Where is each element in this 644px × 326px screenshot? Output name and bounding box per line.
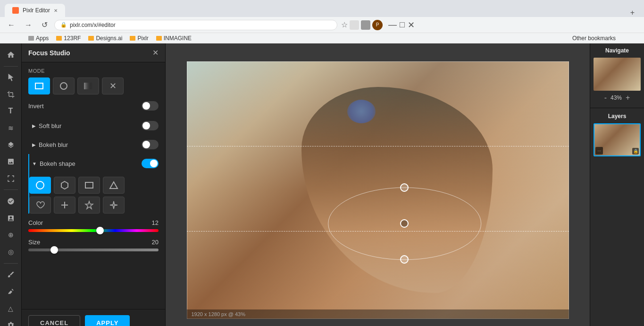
color-slider-track[interactable] [28,229,159,232]
browser-tab[interactable]: Pixlr Editor ✕ [5,4,65,17]
layers-section: Layers ··· 🔒 [590,110,644,161]
bookmark-apps[interactable]: Apps [28,35,49,42]
mode-circle-btn[interactable] [53,77,75,94]
mode-x-btn[interactable]: ✕ [102,77,124,94]
control-center[interactable] [400,219,409,228]
bokeh-blur-item: ▶ Bokeh blur [28,135,159,154]
size-slider-header: Size 20 [28,239,159,246]
size-slider-track[interactable] [28,249,159,251]
photo-background [187,61,569,319]
cancel-btn[interactable]: CANCEL [28,315,80,326]
shape-plus-btn[interactable] [54,197,75,214]
bookmark-inmagine[interactable]: INMAGINE [156,35,192,42]
accordion: ▶ Soft blur ▶ Bokeh blur [28,116,159,214]
layer-thumbnail[interactable]: ··· 🔒 [594,123,641,156]
tool-separator-1 [4,66,18,67]
tool-text[interactable]: T [3,104,18,119]
bokeh-shape-toggle-knob [150,160,158,167]
new-tab-btn[interactable]: + [630,9,635,17]
chrome-maximize[interactable]: □ [400,20,405,30]
tool-layers[interactable] [3,137,18,153]
ext-icon-2 [361,20,370,30]
svg-point-1 [60,83,67,89]
tool-eraser[interactable] [3,284,18,299]
soft-blur-label: Soft blur [39,122,61,129]
bokeh-blur-chevron: ▶ [32,142,36,147]
tool-image[interactable] [3,154,18,169]
zoom-minus-btn[interactable]: - [604,94,607,102]
tool-cutout[interactable] [3,194,18,209]
layer-actions: ··· [595,147,603,154]
bookmark-pixlr[interactable]: Pixlr [130,35,148,42]
apps-icon [28,36,34,41]
tool-select[interactable] [3,70,18,86]
bokeh-shape-toggle[interactable] [142,159,159,168]
invert-label: Invert [28,103,44,110]
address-bar[interactable]: 🔒 pixlr.com/x/#editor [54,20,337,30]
shape-heart-btn[interactable] [29,197,51,214]
refresh-btn[interactable]: ↺ [39,19,50,30]
soft-blur-label-group: ▶ Soft blur [32,122,61,129]
shape-sparkle-btn[interactable] [103,197,125,214]
canvas-container[interactable]: 1920 x 1280 px @ 43% [166,43,590,326]
shape-hexagon-btn[interactable] [54,177,75,194]
tab-close[interactable]: ✕ [54,8,58,13]
shape-triangle-btn[interactable] [103,177,125,194]
soft-blur-toggle[interactable] [142,121,159,130]
bookmarks-bar: Apps 123RF Designs.ai Pixlr INMAGINE Oth… [0,33,644,43]
bokeh-blur-label: Bokeh blur [39,141,68,148]
bookmark-123rf[interactable]: 123RF [56,35,81,42]
tool-clone[interactable]: ⊕ [3,228,18,243]
size-slider-thumb[interactable] [50,246,58,254]
control-bottom[interactable] [400,255,409,264]
svg-marker-7 [85,201,93,209]
shape-square-btn[interactable] [78,177,100,194]
soft-blur-header[interactable]: ▶ Soft blur [29,116,159,135]
chrome-close[interactable]: ✕ [408,20,415,30]
mode-rect-btn[interactable] [28,77,50,94]
tool-heal[interactable] [3,211,18,226]
layer-menu-btn[interactable]: ··· [595,147,603,154]
tool-home[interactable] [3,47,18,62]
svg-rect-5 [85,182,93,188]
apply-btn[interactable]: APPLY [85,315,130,326]
zoom-plus-btn[interactable]: + [626,94,630,102]
thumbnail-image [594,58,641,91]
panel-header: Focus Studio ✕ [22,43,165,62]
invert-toggle[interactable] [142,101,159,111]
panel-title: Focus Studio [28,49,70,57]
mode-gradient-btn[interactable] [77,77,99,94]
bokeh-shape-header[interactable]: ▼ Bokeh shape [29,154,159,173]
tool-liquify[interactable]: ≋ [3,120,18,136]
ext-icon-1 [350,20,359,30]
bokeh-shape-item: ▼ Bokeh shape [28,154,159,214]
tool-settings[interactable] [3,317,18,326]
shape-circle-btn[interactable] [29,177,51,194]
navigate-title: Navigate [593,47,641,54]
profile-icon[interactable]: P [372,20,383,30]
navigate-thumbnail[interactable] [594,58,641,91]
forward-btn[interactable]: → [22,20,35,30]
bokeh-blur-header[interactable]: ▶ Bokeh blur [29,135,159,154]
shape-star-btn[interactable] [78,197,100,214]
invert-toggle-knob [142,102,150,110]
folder-icon-3 [130,36,135,41]
panel-close-btn[interactable]: ✕ [152,48,159,57]
browser-tabs: Pixlr Editor ✕ + [0,0,644,17]
tool-crop[interactable] [3,87,18,102]
color-slider-thumb[interactable] [96,227,104,234]
control-top[interactable] [400,183,409,192]
soft-blur-item: ▶ Soft blur [28,116,159,135]
tool-brush[interactable] [3,267,18,283]
back-btn[interactable]: ← [5,20,18,30]
bokeh-blur-toggle[interactable] [142,140,159,149]
tool-shape[interactable]: △ [3,301,18,316]
tool-transform[interactable] [3,171,18,186]
tool-focus[interactable]: ◎ [3,244,18,259]
chrome-minimize[interactable]: — [388,20,397,30]
bookmark-designs[interactable]: Designs.ai [88,35,122,42]
other-bookmarks[interactable]: Other bookmarks [572,35,616,42]
extension-icons: ☆ P [341,20,383,30]
focus-studio-panel: Focus Studio ✕ Mode ✕ [22,43,166,326]
canvas-image[interactable]: 1920 x 1280 px @ 43% [187,61,569,319]
